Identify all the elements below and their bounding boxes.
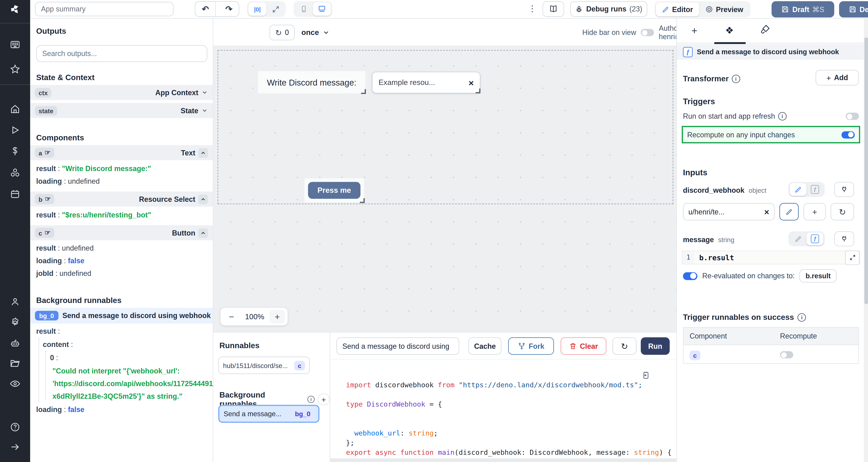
state-type-label: State	[181, 106, 198, 115]
message-type: string	[718, 236, 734, 243]
resources-icon[interactable]	[10, 167, 21, 178]
collapse-arrow-icon[interactable]	[10, 441, 21, 452]
draft-button[interactable]: Draft ⌘S	[772, 1, 834, 18]
info-icon[interactable]: i	[798, 313, 806, 322]
component-b-row[interactable]: b☞ Resource Select	[30, 192, 213, 207]
hide-bar-toggle[interactable]	[641, 29, 654, 36]
collapse-button[interactable]	[198, 228, 208, 238]
message-code-editor[interactable]: 1 b.result	[682, 251, 860, 264]
refresh-button[interactable]: ↻	[613, 337, 637, 355]
state-row[interactable]: state State	[30, 103, 213, 118]
hub-runnable-item[interactable]: hub/1511/discord/se... c	[218, 357, 310, 374]
expand-editor-icon[interactable]	[845, 251, 860, 265]
hub-runnable-badge: c	[294, 361, 305, 370]
deploy-button[interactable]: Deploy	[839, 1, 868, 18]
desktop-view-icon[interactable]	[313, 2, 331, 16]
add-resource-button[interactable]: +	[804, 203, 826, 221]
recompute-toggle[interactable]	[841, 131, 855, 138]
info-icon[interactable]: i	[732, 74, 740, 83]
workspace-icon[interactable]	[10, 39, 21, 50]
cache-button[interactable]: Cache	[468, 337, 501, 355]
scrollbar-thumb[interactable]	[864, 37, 868, 304]
home-icon[interactable]	[10, 104, 21, 114]
bg0-runnable-item[interactable]: Send a message... bg_0	[218, 405, 319, 423]
redo-button[interactable]: ↷	[219, 2, 239, 16]
add-transformer-button[interactable]: +Add	[815, 70, 859, 86]
runs-icon[interactable]	[10, 125, 21, 135]
help-icon[interactable]	[10, 422, 21, 432]
code-hscrollbar[interactable]	[330, 458, 676, 462]
press-me-button[interactable]: Press me	[308, 182, 361, 199]
static-pencil-mode[interactable]	[789, 183, 807, 196]
trigger-success-title: Trigger runnables on success	[683, 312, 794, 322]
add-background-runnable-button[interactable]: +	[318, 393, 330, 405]
run-mode-select[interactable]: once	[301, 25, 330, 40]
fork-button[interactable]: Fork	[508, 337, 554, 355]
info-icon[interactable]: i	[778, 112, 786, 121]
ctx-row[interactable]: ctx App Context	[30, 85, 213, 100]
app-canvas[interactable]: Write Discord message: Example resou... …	[213, 46, 676, 332]
tab-editor[interactable]: Editor	[656, 2, 699, 16]
favorites-star-icon[interactable]	[10, 64, 21, 75]
debug-runs-button[interactable]: Debug runs (23)	[570, 1, 647, 17]
text-component[interactable]: Write Discord message:	[258, 71, 365, 93]
fullscreen-icon[interactable]	[267, 2, 284, 16]
docs-book-button[interactable]	[542, 1, 564, 17]
styling-brush-tab[interactable]	[760, 24, 770, 34]
run-button[interactable]: Run	[641, 337, 670, 355]
reeval-chip[interactable]: b.result	[800, 269, 837, 283]
refresh-count-button[interactable]: ↻ 0	[270, 25, 295, 40]
eval-fn-mode[interactable]: ƒ	[807, 232, 824, 245]
zoom-in-button[interactable]: +	[270, 309, 285, 324]
result-line: result :	[36, 327, 60, 335]
workers-robot-icon[interactable]	[10, 338, 21, 349]
collapse-button[interactable]	[198, 194, 208, 204]
connect-plug-button[interactable]	[834, 231, 854, 246]
mobile-view-icon[interactable]	[295, 2, 313, 16]
folders-icon[interactable]	[10, 358, 21, 369]
search-outputs-input[interactable]: Search outputs...	[36, 45, 207, 62]
clear-x-icon[interactable]: ×	[764, 207, 769, 217]
code-editor[interactable]: import discordwebhook from "https://deno…	[330, 359, 676, 458]
error-line-1: "Could not interpret "{'webhook_url':	[53, 367, 210, 375]
clear-button[interactable]: Clear	[561, 337, 607, 355]
clear-x-icon[interactable]: ×	[469, 77, 474, 88]
connect-plug-button[interactable]	[834, 182, 854, 197]
undo-button[interactable]: ↶	[195, 2, 216, 16]
info-icon[interactable]: i	[307, 396, 315, 403]
resource-select-component[interactable]: Example resou... ×	[372, 72, 480, 93]
chevron-down-icon[interactable]	[201, 107, 208, 114]
align-fullscreen-group: |0|	[247, 1, 286, 17]
resource-value-input[interactable]: u/henri/te... ×	[683, 203, 775, 221]
users-icon[interactable]	[10, 296, 21, 307]
tab-preview[interactable]: Preview	[699, 2, 749, 16]
reeval-toggle[interactable]	[683, 272, 698, 280]
static-pencil-mode[interactable]	[789, 232, 807, 245]
insert-plus-tab[interactable]: +	[691, 25, 698, 37]
run-on-start-toggle[interactable]	[846, 113, 859, 120]
edit-resource-button[interactable]	[779, 203, 799, 221]
eval-fn-mode[interactable]: ƒ	[807, 183, 824, 196]
script-tab[interactable]: Send a message to discord using	[336, 337, 459, 355]
components-tab-icon[interactable]: ❖	[725, 25, 734, 36]
center-align-button[interactable]: |0|	[248, 2, 267, 16]
text-component-value: Write Discord message:	[267, 77, 356, 87]
component-a-row[interactable]: a☞ Text	[30, 145, 213, 160]
app-summary-input[interactable]: App summary	[35, 2, 174, 16]
chevron-down-icon[interactable]	[201, 89, 208, 96]
more-menu-kebab[interactable]: ⋮	[528, 4, 537, 13]
zoom-out-button[interactable]: −	[223, 311, 240, 322]
windmill-logo[interactable]	[10, 4, 21, 15]
collapse-button[interactable]	[198, 148, 208, 158]
settings-gear-icon[interactable]	[10, 317, 21, 328]
refresh-resource-button[interactable]: ↻	[831, 203, 854, 221]
variables-icon[interactable]	[10, 146, 21, 157]
component-c-row[interactable]: c☞ Button	[30, 225, 213, 240]
audit-eye-icon[interactable]	[10, 378, 21, 389]
bg0-row[interactable]: bg_0 Send a message to discord using web…	[30, 308, 213, 324]
scrollbar-track[interactable]	[864, 19, 868, 462]
recompute-c-toggle[interactable]	[780, 351, 793, 358]
table-header: Component Recompute	[684, 328, 858, 345]
schedules-icon[interactable]	[10, 189, 21, 199]
copy-code-icon[interactable]	[641, 371, 650, 380]
